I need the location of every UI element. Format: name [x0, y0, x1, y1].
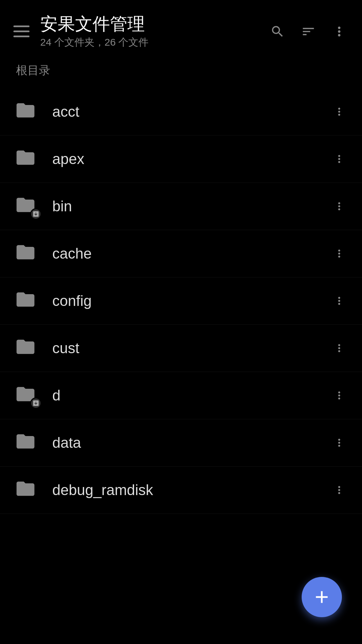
file-name: cache: [52, 245, 330, 262]
symlink-badge: [30, 397, 42, 409]
list-item[interactable]: config: [0, 277, 362, 325]
menu-button[interactable]: [13, 21, 34, 42]
list-item[interactable]: bin: [0, 183, 362, 230]
file-more-button[interactable]: [330, 102, 349, 121]
folder-icon: [13, 194, 40, 218]
file-name: debug_ramdisk: [52, 482, 330, 498]
folder-icon: [13, 100, 40, 124]
folder-icon: [13, 383, 40, 408]
file-name: bin: [52, 198, 330, 215]
breadcrumb: 根目录: [0, 56, 362, 88]
folder-icon: [13, 241, 40, 266]
overflow-menu-icon: [332, 24, 347, 39]
file-more-button[interactable]: [330, 481, 349, 499]
list-item[interactable]: data: [0, 419, 362, 467]
file-name: d: [52, 387, 330, 404]
file-name: acct: [52, 103, 330, 120]
list-item[interactable]: apex: [0, 136, 362, 183]
title-block: 安果文件管理 24 个文件夹，26 个文件: [40, 13, 261, 49]
file-list: acct apex bin: [0, 88, 362, 514]
sort-button[interactable]: [299, 22, 318, 41]
file-name: data: [52, 434, 330, 451]
file-more-button[interactable]: [330, 244, 349, 263]
file-more-button[interactable]: [330, 433, 349, 452]
search-icon: [270, 24, 285, 39]
file-more-button[interactable]: [330, 386, 349, 405]
list-item[interactable]: cust: [0, 325, 362, 372]
add-button[interactable]: [302, 577, 342, 617]
app-header: 安果文件管理 24 个文件夹，26 个文件: [0, 0, 362, 56]
sort-icon: [301, 24, 316, 39]
list-item[interactable]: debug_ramdisk: [0, 467, 362, 514]
file-name: config: [52, 292, 330, 309]
file-name: cust: [52, 340, 330, 357]
add-icon: [312, 587, 332, 607]
breadcrumb-text: 根目录: [16, 64, 50, 76]
header-actions: [268, 22, 349, 41]
folder-icon: [13, 431, 40, 455]
overflow-menu-button[interactable]: [330, 22, 349, 41]
file-count: 24 个文件夹，26 个文件: [40, 36, 261, 49]
folder-icon: [13, 336, 40, 360]
list-item[interactable]: cache: [0, 230, 362, 277]
folder-icon: [13, 289, 40, 313]
file-more-button[interactable]: [330, 150, 349, 168]
symlink-badge: [30, 208, 42, 220]
app-title: 安果文件管理: [40, 13, 261, 34]
list-item[interactable]: d: [0, 372, 362, 419]
folder-icon: [13, 478, 40, 502]
file-more-button[interactable]: [330, 339, 349, 358]
search-button[interactable]: [268, 22, 287, 41]
list-item[interactable]: acct: [0, 88, 362, 136]
file-more-button[interactable]: [330, 197, 349, 216]
file-name: apex: [52, 151, 330, 167]
file-more-button[interactable]: [330, 291, 349, 310]
folder-icon: [13, 147, 40, 171]
